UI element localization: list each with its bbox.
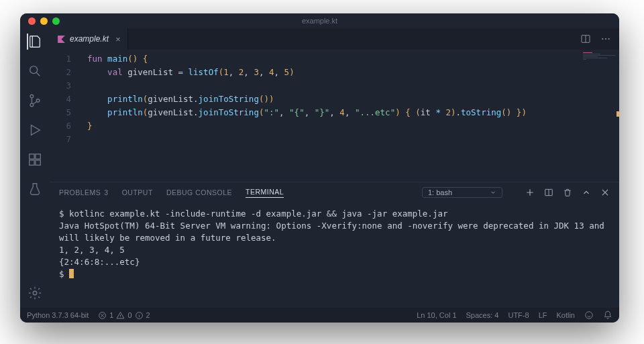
svg-point-10 [602,38,603,40]
status-problems[interactable]: 1 0 2 [98,311,150,320]
svg-rect-5 [36,154,40,159]
panel-actions [525,188,610,197]
status-language[interactable]: Kotlin [556,311,575,319]
testing-icon[interactable] [27,181,43,197]
svg-point-11 [605,38,606,40]
editor-tab[interactable]: example.kt × [50,28,128,50]
tab-filename: example.kt [70,34,109,44]
close-panel-icon[interactable] [600,188,610,197]
svg-point-1 [30,95,34,98]
status-python[interactable]: Python 3.7.3 64-bit [27,311,89,319]
tab-problems[interactable]: PROBLEMS3 [59,188,109,196]
editor[interactable]: 1234567 fun main() { val givenList = lis… [50,50,619,182]
new-terminal-icon[interactable] [525,188,535,197]
tabbar-actions [580,28,619,50]
body: example.kt × 1234567 fun main() { val gi… [20,28,619,308]
terminal-name: 1: bash [428,188,452,196]
terminal-cursor [69,269,74,278]
more-actions-icon[interactable] [600,34,611,44]
extensions-icon[interactable] [27,152,43,168]
explorer-icon[interactable] [27,34,43,50]
terminal-output[interactable]: $ kotlinc example.kt -include-runtime -d… [50,203,619,308]
svg-rect-7 [36,160,40,165]
bottom-panel: PROBLEMS3 OUTPUT DEBUG CONSOLE TERMINAL … [50,182,619,308]
split-editor-icon[interactable] [580,34,591,44]
titlebar: example.kt [20,13,619,28]
maximize-panel-icon[interactable] [582,188,591,197]
svg-point-2 [30,103,34,107]
main-column: example.kt × 1234567 fun main() { val gi… [50,28,619,308]
svg-rect-6 [30,160,34,165]
svg-point-12 [608,38,610,40]
run-debug-icon[interactable] [27,122,43,138]
split-terminal-icon[interactable] [544,188,553,197]
svg-rect-4 [30,154,34,159]
search-icon[interactable] [27,63,43,79]
chevron-down-icon [490,189,496,196]
status-bar: Python 3.7.3 64-bit 1 0 2 Ln 10, Col 1 S… [20,308,619,323]
activity-bar [20,28,50,308]
terminal-selector[interactable]: 1: bash [422,187,502,198]
status-lncol[interactable]: Ln 10, Col 1 [417,311,456,319]
svg-point-16 [586,312,593,319]
status-feedback-icon[interactable] [584,310,594,320]
minimap[interactable] [578,50,619,182]
source-control-icon[interactable] [27,93,43,109]
svg-point-0 [30,66,38,74]
kill-terminal-icon[interactable] [563,188,572,197]
status-spaces[interactable]: Spaces: 4 [466,311,499,319]
status-encoding[interactable]: UTF-8 [508,311,529,319]
tab-output[interactable]: OUTPUT [122,188,153,196]
tab-debug-console[interactable]: DEBUG CONSOLE [166,188,232,196]
svg-point-8 [33,291,37,295]
panel-tabs: PROBLEMS3 OUTPUT DEBUG CONSOLE TERMINAL … [50,182,619,203]
vscode-window: example.kt [20,13,619,323]
status-notifications-icon[interactable] [603,310,612,320]
code-area[interactable]: fun main() { val givenList = listOf(1, 2… [82,50,578,182]
tab-terminal[interactable]: TERMINAL [246,188,284,198]
tab-close-icon[interactable]: × [115,34,121,44]
line-number-gutter: 1234567 [50,50,82,182]
settings-gear-icon[interactable] [27,285,43,301]
window-title: example.kt [20,17,619,25]
tab-bar: example.kt × [50,28,619,50]
status-eol[interactable]: LF [539,311,547,319]
overview-ruler-marker [616,111,619,117]
kotlin-file-icon [56,34,66,44]
